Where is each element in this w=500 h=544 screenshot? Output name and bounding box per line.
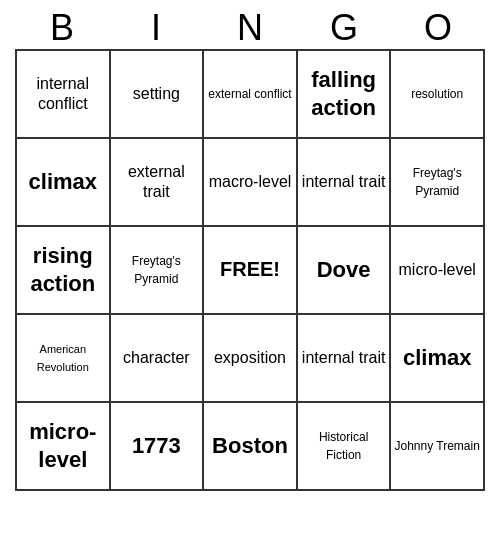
cell-text: Johnny Tremain [394, 439, 479, 453]
bingo-cell: Johnny Tremain [390, 402, 484, 490]
table-row: rising actionFreytag's PyramidFREE!Dovem… [16, 226, 484, 314]
cell-text: falling action [311, 67, 376, 120]
table-row: internal conflictsettingexternal conflic… [16, 50, 484, 138]
header-letter: O [391, 8, 485, 48]
cell-text: resolution [411, 87, 463, 101]
cell-text: setting [133, 85, 180, 102]
table-row: micro-level1773BostonHistorical FictionJ… [16, 402, 484, 490]
cell-text: climax [403, 345, 472, 370]
cell-text: Historical Fiction [319, 430, 368, 462]
bingo-cell: Freytag's Pyramid [390, 138, 484, 226]
bingo-cell: internal trait [297, 314, 391, 402]
header-letter: N [203, 8, 297, 48]
bingo-cell: FREE! [203, 226, 297, 314]
cell-text: micro-level [399, 261, 476, 278]
header-letter: B [15, 8, 109, 48]
cell-text: American Revolution [37, 343, 89, 373]
bingo-header: BINGO [15, 8, 485, 48]
bingo-cell: setting [110, 50, 204, 138]
bingo-cell: resolution [390, 50, 484, 138]
bingo-cell: external conflict [203, 50, 297, 138]
cell-text: climax [29, 169, 98, 194]
cell-text: Freytag's Pyramid [413, 166, 462, 198]
cell-text: external conflict [208, 87, 291, 101]
cell-text: exposition [214, 349, 286, 366]
bingo-cell: Boston [203, 402, 297, 490]
cell-text: Boston [212, 433, 288, 458]
table-row: American Revolutioncharacterexpositionin… [16, 314, 484, 402]
bingo-cell: falling action [297, 50, 391, 138]
bingo-grid: internal conflictsettingexternal conflic… [15, 50, 485, 491]
bingo-cell: micro-level [390, 226, 484, 314]
bingo-cell: Freytag's Pyramid [110, 226, 204, 314]
bingo-cell: 1773 [110, 402, 204, 490]
cell-text: character [123, 349, 190, 366]
bingo-cell: internal conflict [16, 50, 110, 138]
cell-text: internal conflict [37, 75, 89, 112]
bingo-cell: external trait [110, 138, 204, 226]
bingo-cell: internal trait [297, 138, 391, 226]
bingo-cell: Historical Fiction [297, 402, 391, 490]
bingo-cell: American Revolution [16, 314, 110, 402]
cell-text: rising action [30, 243, 95, 296]
cell-text: Freytag's Pyramid [132, 254, 181, 286]
header-letter: I [109, 8, 203, 48]
bingo-cell: macro-level [203, 138, 297, 226]
bingo-cell: exposition [203, 314, 297, 402]
bingo-cell: climax [16, 138, 110, 226]
cell-text: 1773 [132, 433, 181, 458]
cell-text: FREE! [220, 258, 280, 280]
bingo-cell: rising action [16, 226, 110, 314]
cell-text: internal trait [302, 173, 386, 190]
table-row: climaxexternal traitmacro-levelinternal … [16, 138, 484, 226]
bingo-cell: micro-level [16, 402, 110, 490]
bingo-cell: Dove [297, 226, 391, 314]
bingo-cell: character [110, 314, 204, 402]
cell-text: internal trait [302, 349, 386, 366]
header-letter: G [297, 8, 391, 48]
cell-text: micro-level [29, 419, 96, 472]
cell-text: macro-level [209, 173, 292, 190]
cell-text: Dove [317, 257, 371, 282]
bingo-cell: climax [390, 314, 484, 402]
cell-text: external trait [128, 163, 185, 200]
